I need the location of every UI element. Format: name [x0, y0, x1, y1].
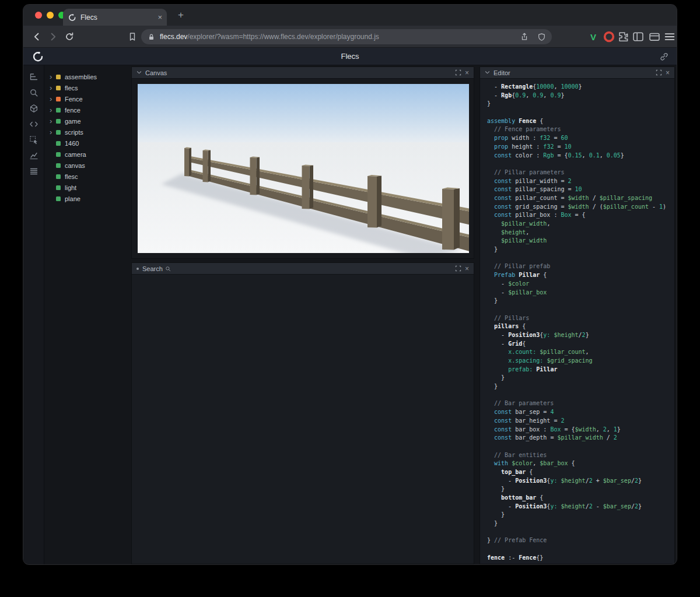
expand-icon[interactable] — [455, 69, 461, 76]
tree-item-light[interactable]: light — [45, 182, 131, 193]
code-line: } — [487, 485, 674, 494]
canvas-3d-scene[interactable] — [138, 84, 469, 253]
code-line: const color : Rgb = {0.15, 0.1, 0.05} — [487, 152, 674, 160]
code-line — [487, 528, 674, 537]
inspect-icon[interactable] — [29, 135, 38, 145]
tree-item-1460[interactable]: 1460 — [45, 138, 131, 149]
bookmark-icon[interactable] — [127, 31, 138, 42]
code-line: } — [487, 519, 674, 528]
code-line: // Bar parameters — [487, 399, 674, 408]
close-icon[interactable]: × — [465, 69, 469, 76]
canvas-body — [132, 79, 474, 258]
tree-item-flecs[interactable]: ›flecs — [45, 82, 131, 93]
extensions-puzzle-icon[interactable] — [617, 30, 630, 43]
code-line: x.count: $pillar_count, — [487, 348, 674, 357]
tab-title: Flecs — [80, 13, 158, 22]
new-tab-button[interactable]: + — [174, 8, 188, 22]
tree-item-fence[interactable]: ›fence — [45, 104, 131, 115]
link-icon[interactable] — [659, 52, 668, 61]
close-icon[interactable]: × — [666, 69, 670, 76]
code-line: top_bar { — [487, 468, 674, 477]
sidebar-toggle-icon[interactable] — [632, 30, 645, 43]
expand-arrow-icon[interactable]: › — [50, 93, 56, 104]
code-line: } — [487, 245, 674, 254]
cube-icon[interactable] — [29, 104, 38, 113]
entity-color-swatch — [56, 86, 61, 90]
browser-tab[interactable]: Flecs × — [63, 9, 167, 26]
code-line — [487, 545, 674, 554]
entity-label: 1460 — [65, 140, 79, 147]
code-line: $pillar_width — [487, 237, 674, 245]
code-icon[interactable] — [29, 120, 38, 129]
code-line: // Pillar parameters — [487, 168, 674, 177]
url-host: flecs.dev — [160, 33, 187, 41]
tree-item-plane[interactable]: plane — [45, 193, 131, 204]
tree-item-canvas[interactable]: canvas — [45, 160, 131, 171]
tree-item-assemblies[interactable]: ›assemblies — [45, 71, 131, 82]
lock-icon — [147, 33, 156, 41]
expand-arrow-icon[interactable]: › — [50, 127, 56, 138]
search-panel: Search × — [131, 262, 474, 564]
wallet-icon[interactable] — [648, 30, 661, 43]
code-line: const grid_spacing = $width / ($pillar_c… — [487, 203, 674, 212]
entity-color-swatch — [56, 185, 61, 190]
entity-label: plane — [65, 195, 80, 202]
expand-arrow-icon[interactable]: › — [50, 104, 56, 115]
entity-label: light — [65, 184, 76, 191]
code-line: // Bar entities — [487, 451, 674, 460]
panel-marker-dot — [136, 268, 139, 270]
code-line: with $color, $bar_box { — [487, 459, 674, 468]
entity-tree: ›assemblies›flecs›Fence›fence›game›scrip… — [45, 65, 131, 564]
search-icon[interactable] — [29, 88, 38, 97]
brave-shield-icon[interactable] — [537, 33, 546, 41]
code-line: - $pillar_box — [487, 289, 674, 297]
code-line: } — [487, 297, 674, 305]
code-line: - Position3{y: $height/2} — [487, 331, 674, 340]
code-line: x.spacing: $grid_spacing — [487, 357, 674, 366]
red-extension-icon[interactable] — [603, 30, 615, 43]
code-line: const pillar_width = 2 — [487, 177, 674, 186]
window-minimize-button[interactable] — [47, 12, 54, 19]
expand-icon[interactable] — [656, 69, 662, 76]
chart-icon[interactable] — [29, 151, 38, 160]
tree-icon[interactable] — [29, 72, 38, 82]
forward-button-icon[interactable] — [48, 31, 58, 42]
tree-item-camera[interactable]: camera — [45, 149, 131, 160]
tab-close-icon[interactable]: × — [158, 13, 162, 21]
tree-item-scripts[interactable]: ›scripts — [45, 127, 131, 138]
page-title: Flecs — [23, 48, 677, 65]
expand-arrow-icon[interactable]: › — [50, 71, 56, 82]
code-line: const pillar_spacing = 10 — [487, 185, 674, 194]
window-close-button[interactable] — [35, 12, 42, 19]
code-line: - Position3{y: $height/2 - $bar_sep/2} — [487, 503, 674, 511]
entity-color-swatch — [56, 75, 61, 79]
chevron-down-icon[interactable] — [485, 71, 490, 75]
code-line: const bar_sep = 4 — [487, 408, 674, 417]
address-bar[interactable]: flecs.dev/explorer/?wasm=https://www.fle… — [141, 29, 552, 44]
close-icon[interactable]: × — [465, 265, 469, 272]
reload-button-icon[interactable] — [64, 31, 75, 42]
editor-panel-header: Editor × — [480, 67, 674, 79]
back-button-icon[interactable] — [32, 31, 42, 42]
share-icon[interactable] — [520, 32, 529, 41]
code-line: } — [487, 382, 674, 391]
code-line: assembly Fence { — [487, 117, 674, 126]
tree-item-game[interactable]: ›game — [45, 115, 131, 127]
expand-arrow-icon[interactable]: › — [50, 115, 56, 127]
code-line: prop height : f32 = 10 — [487, 143, 674, 152]
v-extension-icon[interactable]: V — [587, 30, 600, 43]
code-editor[interactable]: - Rectangle{10000, 10000} - Rgb{0.9, 0.9… — [480, 79, 674, 564]
menu-hamburger-icon[interactable] — [663, 30, 676, 43]
code-line: // Pillars — [487, 314, 674, 323]
url-text: flecs.dev/explorer/?wasm=https://www.fle… — [160, 33, 520, 41]
search-body[interactable] — [132, 275, 474, 564]
chevron-down-icon[interactable] — [136, 71, 142, 75]
tree-item-flesc[interactable]: flesc — [45, 171, 131, 182]
code-line: const pillar_count = $width / $pillar_sp… — [487, 194, 674, 203]
rows-icon[interactable] — [29, 167, 38, 176]
search-glyph-icon — [165, 266, 171, 272]
code-line: - Grid{ — [487, 340, 674, 349]
expand-icon[interactable] — [455, 265, 461, 272]
tree-item-Fence[interactable]: ›Fence — [45, 93, 131, 104]
expand-arrow-icon[interactable]: › — [50, 82, 56, 93]
